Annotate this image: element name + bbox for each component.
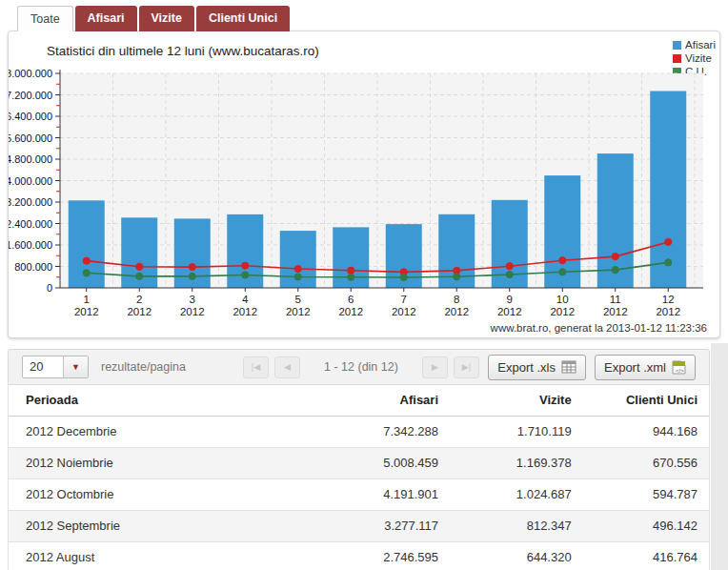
svg-text:2: 2 <box>136 294 142 305</box>
svg-text:3: 3 <box>190 294 195 305</box>
column-header-vizite: Vizite <box>450 385 583 416</box>
tab-clienti-unici[interactable]: Clienti Unici <box>196 6 290 31</box>
prev-page-button[interactable]: ◀ <box>274 356 300 378</box>
value-cell: 594.787 <box>583 478 709 510</box>
svg-text:4.000.000: 4.000.000 <box>9 175 52 187</box>
tab-bar: ToateAfisariViziteClienti Unici <box>0 0 728 31</box>
svg-text:8: 8 <box>454 294 459 305</box>
legend-item-afisari: Afisari <box>673 38 716 51</box>
svg-text:800.000: 800.000 <box>14 261 52 273</box>
xml-file-icon: </> <box>672 359 686 375</box>
svg-text:1.600.000: 1.600.000 <box>9 239 52 251</box>
tab-vizite[interactable]: Vizite <box>139 6 194 31</box>
page-range-label: 1 - 12 (din 12) <box>317 360 405 374</box>
svg-text:0: 0 <box>47 282 52 294</box>
spreadsheet-grid-icon <box>561 360 576 375</box>
table-row: 2012 August2.746.595644.320416.764 <box>9 541 709 570</box>
value-cell: 416.764 <box>583 541 709 570</box>
column-header-perioada: Perioada <box>9 385 316 416</box>
pager: |◀ ◀ <box>243 356 300 378</box>
legend-label: Vizite <box>685 52 712 64</box>
chevron-down-icon[interactable]: ▼ <box>63 356 88 377</box>
svg-text:2012: 2012 <box>444 306 469 317</box>
export-xls-label: Export .xls <box>497 360 556 375</box>
next-page-button[interactable]: ▶ <box>422 356 448 378</box>
value-cell: 644.320 <box>450 541 583 570</box>
value-cell: 670.556 <box>583 447 709 478</box>
svg-text:5: 5 <box>295 294 301 305</box>
export-xls-button[interactable]: Export .xls <box>488 355 586 380</box>
pager-right: ▶ ▶| <box>422 356 479 378</box>
svg-text:4.800.000: 4.800.000 <box>9 153 52 165</box>
period-cell: 2012 Septembrie <box>9 510 316 541</box>
svg-text:6.400.000: 6.400.000 <box>9 111 52 122</box>
svg-text:</>: </> <box>676 368 684 374</box>
period-cell: 2012 Octombrie <box>9 478 316 510</box>
svg-text:10: 10 <box>556 294 569 305</box>
svg-text:7.200.000: 7.200.000 <box>9 90 52 101</box>
value-cell: 5.008.459 <box>316 447 450 478</box>
traffic-chart: 0800.0001.600.0002.400.0003.200.0004.000… <box>9 64 719 333</box>
value-cell: 1.710.119 <box>450 416 583 447</box>
svg-text:7: 7 <box>401 294 407 305</box>
value-cell: 2.746.595 <box>316 541 450 570</box>
export-xml-label: Export .xml <box>604 360 666 375</box>
value-cell: 1.024.687 <box>450 478 583 510</box>
table-toolbar: 20 ▼ rezultate/pagina |◀ ◀ 1 - 12 (din 1… <box>8 349 710 385</box>
stats-table: PerioadaAfisariViziteClienti Unici 2012 … <box>8 385 710 570</box>
value-cell: 496.142 <box>583 510 709 541</box>
svg-text:11: 11 <box>610 294 621 305</box>
last-page-button[interactable]: ▶| <box>454 356 479 378</box>
column-header-clienti-unici: Clienti Unici <box>583 385 709 416</box>
svg-text:2012: 2012 <box>286 306 311 317</box>
tab-afisari[interactable]: Afisari <box>75 6 137 31</box>
table-row: 2012 Decembrie7.342.2881.710.119944.168 <box>9 416 709 447</box>
svg-text:2012: 2012 <box>497 306 522 317</box>
page-size-value: 20 <box>23 356 63 377</box>
svg-text:2012: 2012 <box>74 306 99 317</box>
svg-text:2012: 2012 <box>338 306 363 317</box>
table-header-row: PerioadaAfisariViziteClienti Unici <box>9 385 709 416</box>
svg-text:2012: 2012 <box>233 306 257 317</box>
value-cell: 3.277.117 <box>316 510 450 541</box>
legend-label: Afisari <box>685 39 716 51</box>
value-cell: 1.169.378 <box>450 447 583 478</box>
page-size-dropdown[interactable]: 20 ▼ <box>22 356 89 378</box>
legend-swatch <box>673 54 681 63</box>
value-cell: 4.191.901 <box>316 478 450 510</box>
svg-text:2012: 2012 <box>656 306 680 317</box>
export-xml-button[interactable]: Export .xml </> <box>595 355 696 380</box>
chart-panel: Statistici din ultimele 12 luni (www.buc… <box>8 31 720 338</box>
svg-text:2012: 2012 <box>603 306 628 317</box>
svg-text:2012: 2012 <box>550 306 575 317</box>
table-row: 2012 Noiembrie5.008.4591.169.378670.556 <box>9 447 709 478</box>
table-row: 2012 Octombrie4.191.9011.024.687594.787 <box>9 478 709 510</box>
value-cell: 7.342.288 <box>316 416 450 447</box>
column-header-afisari: Afisari <box>316 385 450 416</box>
svg-text:2012: 2012 <box>180 306 205 317</box>
legend-swatch <box>673 41 681 50</box>
svg-text:6: 6 <box>348 294 354 305</box>
svg-text:1: 1 <box>84 294 90 305</box>
table-row: 2012 Septembrie3.277.117812.347496.142 <box>9 510 709 541</box>
period-cell: 2012 August <box>9 541 316 570</box>
page-background-strip <box>711 343 728 570</box>
svg-text:9: 9 <box>507 294 513 305</box>
svg-text:12: 12 <box>662 294 675 305</box>
value-cell: 944.168 <box>583 416 709 447</box>
period-cell: 2012 Noiembrie <box>9 447 316 478</box>
svg-text:2.400.000: 2.400.000 <box>9 218 52 230</box>
svg-text:8.000.000: 8.000.000 <box>9 68 52 79</box>
svg-text:3.200.000: 3.200.000 <box>9 196 52 208</box>
svg-text:4: 4 <box>242 294 249 305</box>
svg-text:2012: 2012 <box>392 306 416 317</box>
value-cell: 812.347 <box>450 510 583 541</box>
chart-footer-note: www.brat.ro, generat la 2013-01-12 11:23… <box>491 322 707 334</box>
legend-item-vizite: Vizite <box>673 51 716 65</box>
first-page-button[interactable]: |◀ <box>243 356 269 378</box>
chart-title: Statistici din ultimele 12 luni (www.buc… <box>47 44 319 58</box>
period-cell: 2012 Decembrie <box>9 416 316 447</box>
tab-toate[interactable]: Toate <box>17 6 73 31</box>
export-buttons: Export .xls Export .xml </> <box>488 355 696 380</box>
results-per-page-label: rezultate/pagina <box>101 360 186 374</box>
